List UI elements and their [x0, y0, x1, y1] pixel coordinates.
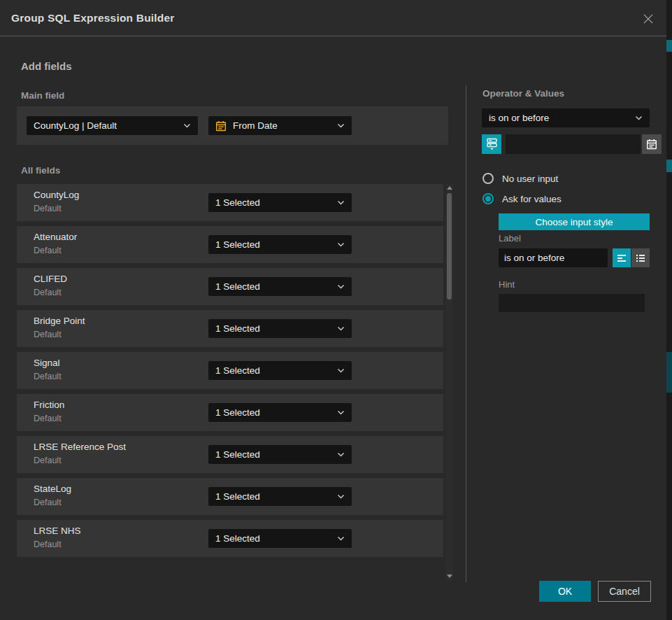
scrollbar-thumb[interactable]: [447, 193, 452, 300]
screen: Group SQL Expression Builder Add fields …: [0, 0, 672, 620]
field-row: Attenuator Default 1 Selected: [17, 226, 443, 263]
chevron-down-icon: [337, 200, 345, 205]
chevron-down-icon: [337, 536, 345, 541]
date-picker-button[interactable]: [642, 134, 662, 154]
list-scrollbar[interactable]: [445, 183, 453, 581]
operator-select[interactable]: is on or before: [482, 108, 650, 127]
field-sublabel: Default: [34, 498, 62, 507]
field-row: Signal Default 1 Selected: [17, 352, 443, 389]
field-row: Friction Default 1 Selected: [17, 394, 443, 431]
field-row: Bridge Point Default 1 Selected: [17, 310, 443, 347]
field-values-select[interactable]: 1 Selected: [208, 319, 352, 338]
field-name: Friction: [34, 400, 64, 410]
chevron-down-icon: [337, 326, 345, 331]
field-name: Signal: [34, 358, 60, 368]
value-date-input[interactable]: [506, 134, 641, 154]
add-fields-heading: Add fields: [21, 60, 72, 72]
scroll-down-arrow-icon[interactable]: [447, 575, 452, 578]
field-values-select[interactable]: 1 Selected: [208, 277, 352, 296]
calendar-icon: [215, 120, 227, 132]
field-row: LRSE NHS Default 1 Selected: [17, 520, 443, 557]
main-field-label: Main field: [21, 90, 64, 101]
chevron-down-icon: [635, 115, 643, 120]
cancel-button[interactable]: Cancel: [598, 581, 651, 602]
field-name: LRSE Reference Post: [34, 442, 126, 452]
field-name: Bridge Point: [34, 316, 85, 326]
value-input-row: [482, 134, 650, 154]
field-name: LRSE NHS: [34, 526, 81, 536]
chevron-down-icon: [337, 284, 345, 289]
unique-values-icon: [486, 138, 498, 150]
main-field-row: CountyLog | Default From Date: [17, 106, 448, 145]
calendar-icon: [646, 139, 657, 150]
field-sublabel: Default: [34, 372, 62, 381]
field-row: CountyLog Default 1 Selected: [17, 184, 443, 221]
field-sublabel: Default: [34, 414, 62, 423]
field-values-select[interactable]: 1 Selected: [208, 235, 352, 254]
operator-select-value: is on or before: [489, 113, 629, 123]
group-sql-expression-builder-dialog: Group SQL Expression Builder Add fields …: [0, 0, 666, 620]
chevron-down-icon: [183, 123, 191, 128]
operator-values-heading: Operator & Values: [482, 88, 564, 99]
field-name: CLIFED: [34, 274, 67, 284]
close-icon: [643, 13, 654, 24]
main-field-select[interactable]: From Date: [208, 116, 352, 135]
textbox-style-button[interactable]: [613, 248, 631, 267]
hint-field-label: Hint: [499, 279, 515, 290]
ask-for-values-option[interactable]: Ask for values: [482, 192, 562, 206]
layer-select-value: CountyLog | Default: [34, 120, 178, 131]
no-user-input-label: No user input: [502, 174, 558, 184]
scroll-up-arrow-icon[interactable]: [447, 186, 452, 190]
panel-divider: [466, 85, 466, 582]
choose-input-style-button[interactable]: Choose input style: [499, 213, 650, 230]
all-fields-list: CountyLog Default 1 Selected Attenuator …: [17, 184, 443, 558]
radio-unchecked-icon[interactable]: [482, 173, 494, 184]
main-field-select-value: From Date: [233, 120, 331, 131]
field-row: CLIFED Default 1 Selected: [17, 268, 443, 305]
chevron-down-icon: [337, 123, 345, 128]
textbox-style-icon: [617, 254, 627, 262]
background-accent-fragment: [666, 40, 672, 52]
field-values-select[interactable]: 1 Selected: [208, 487, 352, 506]
field-name: CountyLog: [34, 190, 79, 200]
field-row: LRSE Reference Post Default 1 Selected: [17, 436, 443, 473]
no-user-input-option[interactable]: No user input: [482, 171, 558, 185]
close-button[interactable]: [640, 10, 657, 27]
label-input[interactable]: [499, 248, 608, 267]
chevron-down-icon: [337, 368, 345, 373]
field-values-select[interactable]: 1 Selected: [208, 361, 352, 380]
field-row: StateLog Default 1 Selected: [17, 478, 443, 515]
field-sublabel: Default: [34, 204, 62, 213]
field-values-select[interactable]: 1 Selected: [208, 445, 352, 464]
chevron-down-icon: [337, 242, 345, 247]
field-values-select[interactable]: 1 Selected: [208, 529, 352, 548]
ok-button[interactable]: OK: [539, 581, 591, 602]
field-sublabel: Default: [34, 246, 62, 255]
ask-for-values-label: Ask for values: [502, 194, 562, 204]
field-sublabel: Default: [34, 288, 62, 297]
field-name: Attenuator: [34, 232, 77, 242]
field-values-select[interactable]: 1 Selected: [208, 193, 352, 212]
field-name: StateLog: [34, 484, 71, 494]
unique-values-button[interactable]: [482, 134, 501, 154]
background-accent-fragment: [666, 352, 672, 393]
list-style-button[interactable]: [631, 248, 650, 267]
layer-select[interactable]: CountyLog | Default: [27, 116, 198, 135]
field-sublabel: Default: [34, 330, 62, 339]
chevron-down-icon: [337, 494, 345, 499]
field-sublabel: Default: [34, 540, 62, 549]
hint-input[interactable]: [499, 294, 645, 312]
list-style-icon: [636, 254, 645, 262]
field-sublabel: Default: [34, 456, 62, 465]
chevron-down-icon: [337, 410, 345, 415]
background-page-strip: [666, 0, 672, 620]
radio-checked-icon[interactable]: [482, 193, 494, 204]
all-fields-label: All fields: [21, 165, 60, 176]
field-values-select[interactable]: 1 Selected: [208, 403, 352, 422]
background-accent-fragment: [666, 160, 672, 172]
label-field-label: Label: [499, 233, 521, 244]
chevron-down-icon: [337, 452, 345, 457]
dialog-title: Group SQL Expression Builder: [11, 0, 175, 36]
dialog-titlebar: Group SQL Expression Builder: [0, 0, 666, 36]
